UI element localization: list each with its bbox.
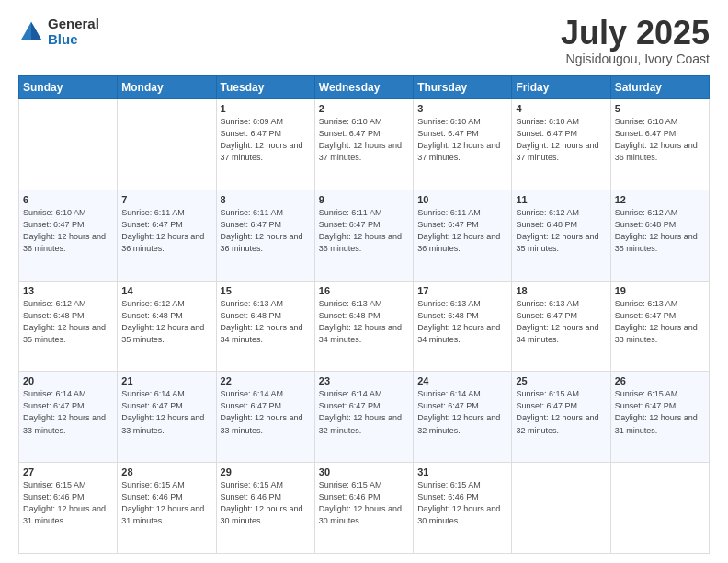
cell-3-3: 23Sunrise: 6:14 AM Sunset: 6:47 PM Dayli… [314,372,413,463]
cell-3-1: 21Sunrise: 6:14 AM Sunset: 6:47 PM Dayli… [118,372,216,463]
cell-0-0 [19,99,118,190]
logo-icon [18,19,44,45]
cell-4-5 [512,463,610,554]
day-info-22: Sunrise: 6:14 AM Sunset: 6:47 PM Dayligh… [221,388,311,436]
day-info-28: Sunrise: 6:15 AM Sunset: 6:46 PM Dayligh… [121,479,211,527]
page: General Blue July 2025 Ngisidougou, Ivor… [0,0,728,563]
cell-1-3: 9Sunrise: 6:11 AM Sunset: 6:47 PM Daylig… [314,190,413,281]
day-num-7: 7 [121,194,211,205]
header-wednesday: Wednesday [314,76,413,99]
day-num-16: 16 [319,285,409,296]
cell-3-5: 25Sunrise: 6:15 AM Sunset: 6:47 PM Dayli… [512,372,610,463]
cell-2-2: 15Sunrise: 6:13 AM Sunset: 6:48 PM Dayli… [216,281,314,372]
day-num-1: 1 [221,103,311,114]
cell-2-0: 13Sunrise: 6:12 AM Sunset: 6:48 PM Dayli… [19,281,118,372]
day-info-14: Sunrise: 6:12 AM Sunset: 6:48 PM Dayligh… [121,298,211,346]
cell-1-5: 11Sunrise: 6:12 AM Sunset: 6:48 PM Dayli… [512,190,610,281]
day-info-21: Sunrise: 6:14 AM Sunset: 6:47 PM Dayligh… [121,388,211,436]
header-tuesday: Tuesday [216,76,314,99]
calendar-table: Sunday Monday Tuesday Wednesday Thursday… [18,75,710,554]
day-num-12: 12 [615,194,705,205]
header-sunday: Sunday [19,76,118,99]
day-info-4: Sunrise: 6:10 AM Sunset: 6:47 PM Dayligh… [516,116,606,164]
title-block: July 2025 Ngisidougou, Ivory Coast [561,17,710,66]
day-num-2: 2 [319,103,409,114]
day-num-10: 10 [417,194,507,205]
cell-3-2: 22Sunrise: 6:14 AM Sunset: 6:47 PM Dayli… [216,372,314,463]
week-row-3: 20Sunrise: 6:14 AM Sunset: 6:47 PM Dayli… [19,372,710,463]
cell-4-6 [610,463,709,554]
logo-blue-label: Blue [48,32,99,48]
day-info-18: Sunrise: 6:13 AM Sunset: 6:47 PM Dayligh… [516,298,606,346]
day-info-10: Sunrise: 6:11 AM Sunset: 6:47 PM Dayligh… [417,207,507,255]
day-num-31: 31 [417,466,507,477]
day-info-8: Sunrise: 6:11 AM Sunset: 6:47 PM Dayligh… [221,207,311,255]
day-info-17: Sunrise: 6:13 AM Sunset: 6:48 PM Dayligh… [417,298,507,346]
day-info-9: Sunrise: 6:11 AM Sunset: 6:47 PM Dayligh… [319,207,409,255]
week-row-1: 6Sunrise: 6:10 AM Sunset: 6:47 PM Daylig… [19,190,710,281]
cell-0-2: 1Sunrise: 6:09 AM Sunset: 6:47 PM Daylig… [216,99,314,190]
day-info-3: Sunrise: 6:10 AM Sunset: 6:47 PM Dayligh… [417,116,507,164]
logo-text: General Blue [48,17,99,47]
day-info-12: Sunrise: 6:12 AM Sunset: 6:48 PM Dayligh… [615,207,705,255]
day-info-30: Sunrise: 6:15 AM Sunset: 6:46 PM Dayligh… [319,479,409,527]
cell-3-4: 24Sunrise: 6:14 AM Sunset: 6:47 PM Dayli… [414,372,512,463]
cell-4-3: 30Sunrise: 6:15 AM Sunset: 6:46 PM Dayli… [314,463,413,554]
day-info-11: Sunrise: 6:12 AM Sunset: 6:48 PM Dayligh… [516,207,606,255]
day-info-1: Sunrise: 6:09 AM Sunset: 6:47 PM Dayligh… [221,116,311,164]
cell-4-0: 27Sunrise: 6:15 AM Sunset: 6:46 PM Dayli… [19,463,118,554]
cell-2-3: 16Sunrise: 6:13 AM Sunset: 6:48 PM Dayli… [314,281,413,372]
weekday-header-row: Sunday Monday Tuesday Wednesday Thursday… [19,76,710,99]
logo: General Blue [18,17,99,47]
day-num-4: 4 [516,103,606,114]
cell-1-0: 6Sunrise: 6:10 AM Sunset: 6:47 PM Daylig… [19,190,118,281]
cell-2-6: 19Sunrise: 6:13 AM Sunset: 6:47 PM Dayli… [610,281,709,372]
cell-4-2: 29Sunrise: 6:15 AM Sunset: 6:46 PM Dayli… [216,463,314,554]
day-info-6: Sunrise: 6:10 AM Sunset: 6:47 PM Dayligh… [23,207,113,255]
day-num-21: 21 [121,375,211,386]
header-friday: Friday [512,76,610,99]
day-num-27: 27 [23,466,113,477]
day-info-7: Sunrise: 6:11 AM Sunset: 6:47 PM Dayligh… [121,207,211,255]
day-num-5: 5 [615,103,705,114]
cell-0-5: 4Sunrise: 6:10 AM Sunset: 6:47 PM Daylig… [512,99,610,190]
day-info-24: Sunrise: 6:14 AM Sunset: 6:47 PM Dayligh… [417,388,507,436]
cell-0-6: 5Sunrise: 6:10 AM Sunset: 6:47 PM Daylig… [610,99,709,190]
day-num-20: 20 [23,375,113,386]
day-num-19: 19 [615,285,705,296]
day-info-5: Sunrise: 6:10 AM Sunset: 6:47 PM Dayligh… [615,116,705,164]
cell-2-1: 14Sunrise: 6:12 AM Sunset: 6:48 PM Dayli… [118,281,216,372]
cell-0-1 [118,99,216,190]
day-info-2: Sunrise: 6:10 AM Sunset: 6:47 PM Dayligh… [319,116,409,164]
title-month: July 2025 [561,17,710,50]
day-num-28: 28 [121,466,211,477]
week-row-4: 27Sunrise: 6:15 AM Sunset: 6:46 PM Dayli… [19,463,710,554]
header-saturday: Saturday [610,76,709,99]
cell-1-6: 12Sunrise: 6:12 AM Sunset: 6:48 PM Dayli… [610,190,709,281]
cell-2-5: 18Sunrise: 6:13 AM Sunset: 6:47 PM Dayli… [512,281,610,372]
header-monday: Monday [118,76,216,99]
day-num-3: 3 [417,103,507,114]
header: General Blue July 2025 Ngisidougou, Ivor… [18,17,710,66]
cell-0-4: 3Sunrise: 6:10 AM Sunset: 6:47 PM Daylig… [414,99,512,190]
cell-4-1: 28Sunrise: 6:15 AM Sunset: 6:46 PM Dayli… [118,463,216,554]
day-info-20: Sunrise: 6:14 AM Sunset: 6:47 PM Dayligh… [23,388,113,436]
week-row-2: 13Sunrise: 6:12 AM Sunset: 6:48 PM Dayli… [19,281,710,372]
day-num-25: 25 [516,375,606,386]
cell-4-4: 31Sunrise: 6:15 AM Sunset: 6:46 PM Dayli… [414,463,512,554]
day-num-30: 30 [319,466,409,477]
day-num-29: 29 [221,466,311,477]
day-info-31: Sunrise: 6:15 AM Sunset: 6:46 PM Dayligh… [417,479,507,527]
logo-general-label: General [48,17,99,32]
svg-marker-1 [31,21,41,40]
day-num-24: 24 [417,375,507,386]
cell-1-1: 7Sunrise: 6:11 AM Sunset: 6:47 PM Daylig… [118,190,216,281]
day-num-8: 8 [221,194,311,205]
cell-2-4: 17Sunrise: 6:13 AM Sunset: 6:48 PM Dayli… [414,281,512,372]
cell-3-0: 20Sunrise: 6:14 AM Sunset: 6:47 PM Dayli… [19,372,118,463]
cell-3-6: 26Sunrise: 6:15 AM Sunset: 6:47 PM Dayli… [610,372,709,463]
week-row-0: 1Sunrise: 6:09 AM Sunset: 6:47 PM Daylig… [19,99,710,190]
day-num-23: 23 [319,375,409,386]
day-num-17: 17 [417,285,507,296]
day-num-6: 6 [23,194,113,205]
